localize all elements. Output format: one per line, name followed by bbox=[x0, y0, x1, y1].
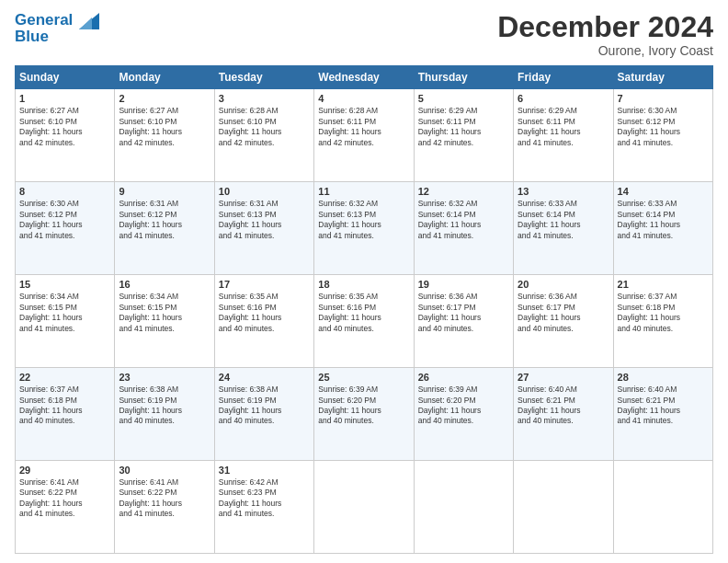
day-info: Sunrise: 6:40 AMSunset: 6:21 PMDaylight:… bbox=[618, 385, 709, 427]
calendar-week-2: 8Sunrise: 6:30 AMSunset: 6:12 PMDaylight… bbox=[16, 182, 713, 275]
day-info: Sunrise: 6:38 AMSunset: 6:19 PMDaylight:… bbox=[119, 385, 210, 427]
day-number: 11 bbox=[318, 186, 409, 197]
day-number: 8 bbox=[19, 186, 110, 197]
calendar-cell: 13Sunrise: 6:33 AMSunset: 6:14 PMDayligh… bbox=[514, 182, 613, 275]
calendar-cell: 6Sunrise: 6:29 AMSunset: 6:11 PMDaylight… bbox=[514, 89, 613, 182]
day-info: Sunrise: 6:30 AMSunset: 6:12 PMDaylight:… bbox=[618, 106, 709, 148]
day-number: 9 bbox=[119, 186, 210, 197]
day-number: 12 bbox=[418, 186, 509, 197]
logo-icon bbox=[79, 13, 99, 29]
day-number: 5 bbox=[418, 93, 509, 104]
calendar-cell: 5Sunrise: 6:29 AMSunset: 6:11 PMDaylight… bbox=[414, 89, 513, 182]
day-info: Sunrise: 6:33 AMSunset: 6:14 PMDaylight:… bbox=[518, 199, 609, 241]
col-sunday: Sunday bbox=[16, 66, 115, 89]
day-number: 14 bbox=[618, 186, 709, 197]
col-thursday: Thursday bbox=[414, 66, 513, 89]
calendar-week-4: 22Sunrise: 6:37 AMSunset: 6:18 PMDayligh… bbox=[16, 368, 713, 461]
day-number: 31 bbox=[219, 465, 310, 476]
col-monday: Monday bbox=[115, 66, 214, 89]
col-wednesday: Wednesday bbox=[314, 66, 414, 89]
day-number: 3 bbox=[219, 93, 310, 104]
day-info: Sunrise: 6:32 AMSunset: 6:14 PMDaylight:… bbox=[418, 199, 509, 241]
calendar-cell: 4Sunrise: 6:28 AMSunset: 6:11 PMDaylight… bbox=[314, 89, 414, 182]
day-info: Sunrise: 6:35 AMSunset: 6:16 PMDaylight:… bbox=[219, 292, 310, 334]
day-number: 10 bbox=[219, 186, 310, 197]
day-info: Sunrise: 6:35 AMSunset: 6:16 PMDaylight:… bbox=[318, 292, 409, 334]
day-info: Sunrise: 6:34 AMSunset: 6:15 PMDaylight:… bbox=[19, 292, 110, 334]
calendar-week-5: 29Sunrise: 6:41 AMSunset: 6:22 PMDayligh… bbox=[16, 461, 713, 554]
day-info: Sunrise: 6:39 AMSunset: 6:20 PMDaylight:… bbox=[418, 385, 509, 427]
day-info: Sunrise: 6:31 AMSunset: 6:12 PMDaylight:… bbox=[119, 199, 210, 241]
day-number: 25 bbox=[318, 372, 409, 383]
day-number: 13 bbox=[518, 186, 609, 197]
calendar-cell: 30Sunrise: 6:41 AMSunset: 6:22 PMDayligh… bbox=[115, 461, 214, 554]
calendar-cell: 8Sunrise: 6:30 AMSunset: 6:12 PMDaylight… bbox=[16, 182, 115, 275]
day-number: 23 bbox=[119, 372, 210, 383]
day-number: 26 bbox=[418, 372, 509, 383]
day-info: Sunrise: 6:42 AMSunset: 6:23 PMDaylight:… bbox=[219, 477, 310, 520]
calendar-cell: 11Sunrise: 6:32 AMSunset: 6:13 PMDayligh… bbox=[314, 182, 414, 275]
day-info: Sunrise: 6:36 AMSunset: 6:17 PMDaylight:… bbox=[518, 292, 609, 334]
calendar-cell: 27Sunrise: 6:40 AMSunset: 6:21 PMDayligh… bbox=[514, 368, 613, 461]
col-tuesday: Tuesday bbox=[214, 66, 313, 89]
header: General Blue December 2024 Ourone, Ivory… bbox=[15, 11, 713, 58]
calendar-week-1: 1Sunrise: 6:27 AMSunset: 6:10 PMDaylight… bbox=[16, 89, 713, 182]
calendar-cell: 7Sunrise: 6:30 AMSunset: 6:12 PMDaylight… bbox=[613, 89, 712, 182]
calendar-cell: 19Sunrise: 6:36 AMSunset: 6:17 PMDayligh… bbox=[414, 275, 513, 368]
day-number: 2 bbox=[119, 93, 210, 104]
svg-marker-1 bbox=[79, 17, 92, 29]
day-number: 15 bbox=[19, 279, 110, 290]
day-info: Sunrise: 6:33 AMSunset: 6:14 PMDaylight:… bbox=[618, 199, 709, 241]
day-info: Sunrise: 6:28 AMSunset: 6:11 PMDaylight:… bbox=[318, 106, 409, 148]
day-info: Sunrise: 6:37 AMSunset: 6:18 PMDaylight:… bbox=[618, 292, 709, 334]
month-title: December 2024 bbox=[497, 11, 713, 43]
calendar-cell: 25Sunrise: 6:39 AMSunset: 6:20 PMDayligh… bbox=[314, 368, 414, 461]
day-number: 1 bbox=[19, 93, 110, 104]
day-number: 27 bbox=[518, 372, 609, 383]
calendar-cell: 21Sunrise: 6:37 AMSunset: 6:18 PMDayligh… bbox=[613, 275, 712, 368]
day-number: 18 bbox=[318, 279, 409, 290]
calendar-cell bbox=[314, 461, 414, 554]
calendar-cell: 28Sunrise: 6:40 AMSunset: 6:21 PMDayligh… bbox=[613, 368, 712, 461]
calendar-cell bbox=[414, 461, 513, 554]
calendar-cell: 3Sunrise: 6:28 AMSunset: 6:10 PMDaylight… bbox=[214, 89, 313, 182]
day-number: 30 bbox=[119, 465, 210, 476]
day-number: 21 bbox=[618, 279, 709, 290]
day-number: 4 bbox=[318, 93, 409, 104]
col-saturday: Saturday bbox=[613, 66, 712, 89]
calendar-cell: 15Sunrise: 6:34 AMSunset: 6:15 PMDayligh… bbox=[16, 275, 115, 368]
calendar-cell: 17Sunrise: 6:35 AMSunset: 6:16 PMDayligh… bbox=[214, 275, 313, 368]
day-info: Sunrise: 6:27 AMSunset: 6:10 PMDaylight:… bbox=[19, 106, 110, 148]
day-info: Sunrise: 6:34 AMSunset: 6:15 PMDaylight:… bbox=[119, 292, 210, 334]
calendar-cell: 2Sunrise: 6:27 AMSunset: 6:10 PMDaylight… bbox=[115, 89, 214, 182]
calendar-cell: 9Sunrise: 6:31 AMSunset: 6:12 PMDaylight… bbox=[115, 182, 214, 275]
logo-blue: Blue bbox=[15, 28, 99, 46]
calendar-cell: 10Sunrise: 6:31 AMSunset: 6:13 PMDayligh… bbox=[214, 182, 313, 275]
day-number: 20 bbox=[518, 279, 609, 290]
calendar-cell: 20Sunrise: 6:36 AMSunset: 6:17 PMDayligh… bbox=[514, 275, 613, 368]
page: General Blue December 2024 Ourone, Ivory… bbox=[0, 0, 728, 563]
day-number: 7 bbox=[618, 93, 709, 104]
day-number: 22 bbox=[19, 372, 110, 383]
day-number: 16 bbox=[119, 279, 210, 290]
logo-text: General bbox=[15, 11, 99, 29]
day-info: Sunrise: 6:27 AMSunset: 6:10 PMDaylight:… bbox=[119, 106, 210, 148]
day-info: Sunrise: 6:41 AMSunset: 6:22 PMDaylight:… bbox=[119, 477, 210, 520]
calendar-cell: 29Sunrise: 6:41 AMSunset: 6:22 PMDayligh… bbox=[16, 461, 115, 554]
calendar-cell bbox=[514, 461, 613, 554]
day-number: 29 bbox=[19, 465, 110, 476]
day-info: Sunrise: 6:32 AMSunset: 6:13 PMDaylight:… bbox=[318, 199, 409, 241]
calendar-cell: 26Sunrise: 6:39 AMSunset: 6:20 PMDayligh… bbox=[414, 368, 513, 461]
day-info: Sunrise: 6:37 AMSunset: 6:18 PMDaylight:… bbox=[19, 385, 110, 427]
calendar-cell: 18Sunrise: 6:35 AMSunset: 6:16 PMDayligh… bbox=[314, 275, 414, 368]
day-info: Sunrise: 6:29 AMSunset: 6:11 PMDaylight:… bbox=[518, 106, 609, 148]
calendar-cell: 14Sunrise: 6:33 AMSunset: 6:14 PMDayligh… bbox=[613, 182, 712, 275]
day-number: 17 bbox=[219, 279, 310, 290]
calendar-cell: 23Sunrise: 6:38 AMSunset: 6:19 PMDayligh… bbox=[115, 368, 214, 461]
calendar-cell: 16Sunrise: 6:34 AMSunset: 6:15 PMDayligh… bbox=[115, 275, 214, 368]
calendar-week-3: 15Sunrise: 6:34 AMSunset: 6:15 PMDayligh… bbox=[16, 275, 713, 368]
col-friday: Friday bbox=[514, 66, 613, 89]
calendar-cell: 1Sunrise: 6:27 AMSunset: 6:10 PMDaylight… bbox=[16, 89, 115, 182]
location: Ourone, Ivory Coast bbox=[497, 43, 713, 58]
day-info: Sunrise: 6:28 AMSunset: 6:10 PMDaylight:… bbox=[219, 106, 310, 148]
